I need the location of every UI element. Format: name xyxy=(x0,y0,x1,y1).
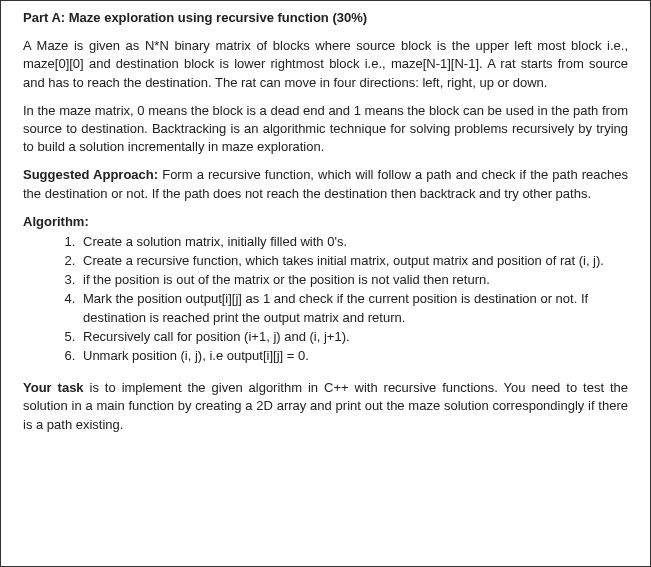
algorithm-step: if the position is out of the matrix or … xyxy=(79,271,628,289)
your-task: Your task is to implement the given algo… xyxy=(23,379,628,434)
your-task-text: is to implement the given algorithm in C… xyxy=(23,380,628,431)
intro-paragraph-1: A Maze is given as N*N binary matrix of … xyxy=(23,37,628,92)
algorithm-step: Recursively call for position (i+1, j) a… xyxy=(79,328,628,346)
algorithm-step: Create a solution matrix, initially fill… xyxy=(79,233,628,251)
document-page: Part A: Maze exploration using recursive… xyxy=(0,0,651,567)
algorithm-list: Create a solution matrix, initially fill… xyxy=(23,233,628,365)
part-a-title: Part A: Maze exploration using recursive… xyxy=(23,9,628,27)
algorithm-step: Create a recursive function, which takes… xyxy=(79,252,628,270)
suggested-approach: Suggested Approach: Form a recursive fun… xyxy=(23,166,628,202)
algorithm-heading: Algorithm: xyxy=(23,213,628,231)
your-task-label: Your task xyxy=(23,380,84,395)
intro-paragraph-2: In the maze matrix, 0 means the block is… xyxy=(23,102,628,157)
suggested-approach-label: Suggested Approach: xyxy=(23,167,158,182)
algorithm-step: Unmark position (i, j), i.e output[i][j]… xyxy=(79,347,628,365)
algorithm-step: Mark the position output[i][j] as 1 and … xyxy=(79,290,628,326)
